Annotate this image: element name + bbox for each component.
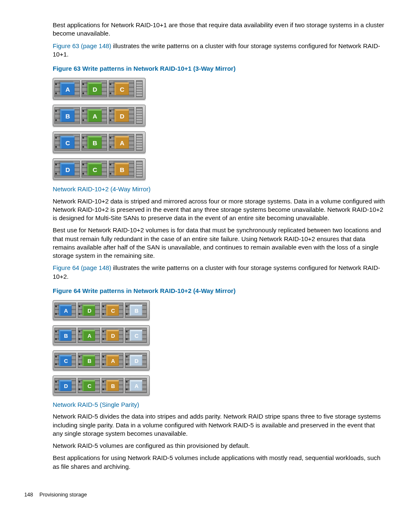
block-c: C [114,82,129,95]
block-a: A [106,355,119,366]
page-footer: 148 Provisioning storage [0,491,399,499]
block-a: A [59,305,72,316]
body-paragraph: Figure 64 (page 148) illustrates the wri… [53,264,386,281]
storage-chassis-2: B A D [53,105,146,126]
block-d: D [106,330,119,341]
block-a: A [114,136,129,149]
block-c: C [129,330,142,341]
block-c: C [87,163,102,176]
footer-section-title: Provisioning storage [39,492,87,498]
block-a: A [129,380,142,391]
body-paragraph: Best use for Network RAID-10+2 volumes i… [53,226,386,260]
block-b: B [106,380,119,391]
block-a: A [82,330,95,341]
storage-chassis-1: A D C B [53,300,150,320]
storage-chassis-3: C B A D [53,350,150,370]
block-d: D [114,109,129,122]
storage-chassis-2: B A D C [53,325,150,345]
block-b: B [60,109,74,122]
block-c: C [60,136,74,149]
figure-63: A D C B A D C B A D C B [53,78,386,180]
body-paragraph: Figure 63 (page 148) illustrates the wri… [53,42,386,59]
body-paragraph: Best applications for Network RAID-10+1 … [53,21,386,38]
figure-64: A D C B B A D C C B A D D [53,300,386,396]
body-paragraph: Network RAID-5 divides the data into str… [53,412,386,438]
block-d: D [60,163,74,176]
storage-chassis-4: D C B [53,158,146,180]
block-d: D [59,380,72,391]
storage-chassis-4: D C B A [53,375,150,396]
figure-63-caption: Figure 63 Write patterns in Network RAID… [53,64,386,73]
block-d: D [82,305,95,316]
block-b: B [82,355,95,366]
block-c: C [82,380,95,391]
block-a: A [60,82,74,95]
storage-chassis-1: A D C [53,78,146,100]
body-paragraph: Best applications for using Network RAID… [53,454,386,471]
block-b: B [114,163,129,176]
figure-63-link[interactable]: Figure 63 (page 148) [53,42,111,49]
storage-chassis-3: C B A [53,131,146,153]
block-a: A [87,109,102,122]
block-d: D [87,82,102,95]
block-d: D [129,355,142,366]
body-paragraph: Network RAID-10+2 data is striped and mi… [53,197,386,223]
block-b: B [59,330,72,341]
figure-64-caption: Figure 64 Write patterns in Network RAID… [53,287,386,295]
block-b: B [129,305,142,316]
section-heading-raid102: Network RAID-10+2 (4-Way Mirror) [53,185,386,193]
page-number: 148 [24,491,33,499]
section-heading-raid5: Network RAID-5 (Single Parity) [53,401,386,409]
block-b: B [87,136,102,149]
figure-64-link[interactable]: Figure 64 (page 148) [53,264,111,271]
body-paragraph: Network RAID-5 volumes are configured as… [53,442,386,450]
block-c: C [106,305,119,316]
block-c: C [59,355,72,366]
